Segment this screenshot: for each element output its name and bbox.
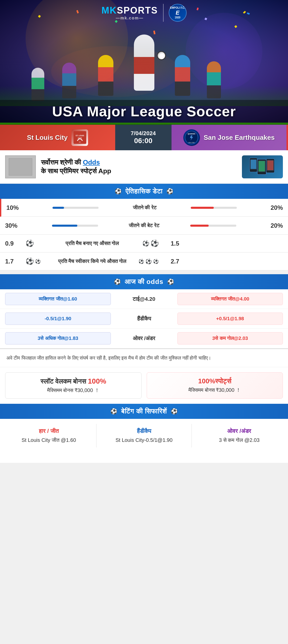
rec-value-3: 3 से कम गोल @2.03: [198, 436, 280, 444]
grass-strip: [0, 123, 288, 125]
stat-left-winrate: 10%: [6, 204, 27, 211]
ball-icon-scored-1: ⚽: [26, 239, 34, 247]
rec-card-2: हैंडीकैप St Louis City-0.5/1@1.90: [100, 424, 188, 447]
odds-btn-win-left[interactable]: व्यक्तिगत जीत@1.60: [5, 293, 111, 305]
odds-row-2: -0.5/1@1.90 हैंडीकैप +0.5/1@1.98: [0, 309, 288, 329]
stat-right-goals-scored: 1.5: [159, 240, 179, 247]
bonus-sports-title: 100%स्पोर्ट्स: [152, 377, 278, 385]
stat-left-goals-conceded: 1.7: [5, 258, 26, 265]
svg-rect-10: [251, 160, 256, 169]
soccer-ball-icon-left: ⚽: [115, 188, 122, 195]
info-text: अवे टीम फिलहाल जीत हासिल करने के लिए संघ…: [6, 354, 282, 362]
bottom-padding: [0, 453, 288, 463]
rec-type-3: ओवर /अंडर: [198, 428, 280, 434]
stat-label-goals-conceded: प्रति मैच स्वीकार किये गये औसत गोल: [51, 258, 133, 264]
recommendations-section: ⚽ बेटिंग की सिफारिशें ⚽ हार / जीत St Lou…: [0, 404, 288, 453]
odds-center-overunder: ओवर /अंडर: [113, 335, 175, 341]
ball-icon-scored-r1: ⚽: [142, 240, 149, 247]
bar-track-right-winrate: [191, 207, 237, 209]
odds-btn-overunder-left[interactable]: 3से अधिक गोल@1.83: [5, 332, 111, 344]
svg-rect-13: [259, 161, 265, 171]
svg-text:QUAKES: QUAKES: [188, 133, 195, 135]
info-text-area: अवे टीम फिलहाल जीत हासिल करने के लिए संघ…: [0, 348, 288, 367]
odds-btn-win-right[interactable]: व्यक्तिगत जीत@4.00: [177, 293, 283, 305]
promo-banner[interactable]: सर्वोत्तम श्रेणी की Odds के साथ प्रीमियर…: [0, 150, 288, 184]
soccer-ball-icon-right: ⚽: [166, 188, 173, 195]
historical-title: ऐतिहासिक डेटा: [125, 187, 163, 195]
odds-section: व्यक्तिगत जीत@1.60 टाई@4.20 व्यक्तिगत जी…: [0, 289, 288, 348]
red-accent-bar: [286, 125, 288, 150]
stat-row-goals-scored: 0.9 ⚽ प्रति मैच बनाए गए औसत गोल ⚽ ⚽ 1.5: [0, 235, 288, 252]
stat-left-betrate: 30%: [5, 222, 26, 229]
stat-bar-right-winrate: [186, 207, 262, 209]
stat-icons-right-goals-scored: ⚽ ⚽: [133, 239, 159, 247]
bar-track-left-betrate: [52, 225, 98, 227]
odds-btn-handicap-right[interactable]: +0.5/1@1.98: [177, 313, 283, 325]
bonus-slots-subtitle: मैक्सिमम बोनस ₹30,000 ！: [10, 387, 137, 394]
ball-icon-conceded-2: ⚽: [35, 259, 41, 264]
soccer-ball-icon-rec-left: ⚽: [110, 408, 117, 415]
stat-icons-left-goals-scored: ⚽: [26, 239, 51, 247]
bar-fill-winrate-right: [191, 207, 214, 209]
team-right-section: QUAKES SAN JOSE San Jose Earthquakes: [172, 125, 287, 150]
players-visual: [0, 17, 288, 106]
stat-label-betrate: जीतने की बेट रेट: [103, 223, 185, 228]
bar-fill-betrate-right: [190, 225, 209, 227]
rec-header: ⚽ बेटिंग की सिफारिशें ⚽: [0, 404, 288, 419]
odds-btn-overunder-right[interactable]: 3से कम गोल@2.03: [177, 332, 283, 344]
stat-icons-left-goals-conceded: ⚽ ⚽: [26, 257, 51, 265]
ball-icon-conceded-r3: ⚽: [153, 259, 159, 264]
odds-btn-handicap-left[interactable]: -0.5/1@1.90: [5, 313, 111, 325]
soccer-ball-icon-rec-right: ⚽: [171, 408, 178, 415]
soccer-ball-icon-odds-left: ⚽: [114, 279, 121, 285]
bonus-card-sports[interactable]: 100%स्पोर्ट्स मैक्सिमम बोनस ₹30,000 ！: [147, 372, 283, 399]
team-right-name: San Jose Earthquakes: [204, 134, 275, 142]
rec-type-1: हार / जीत: [8, 428, 90, 434]
spacer-1: [0, 270, 288, 274]
promo-placeholder-image: [5, 155, 36, 178]
ball-icon-conceded-1: ⚽: [26, 257, 34, 265]
bonus-section[interactable]: स्लॉट वेलकम बोनस 100% मैक्सिमम बोनस ₹30,…: [0, 367, 288, 404]
svg-text:ST. LOUIS: ST. LOUIS: [76, 135, 84, 136]
stat-icons-right-goals-conceded: ⚽ ⚽ ⚽: [133, 258, 159, 264]
bar-fill-betrate-left: [52, 225, 77, 227]
rec-grid: हार / जीत St Louis City जीत @1.60 हैंडीक…: [0, 419, 288, 453]
rec-divider-2: [191, 424, 192, 447]
stat-left-goals-scored: 0.9: [5, 240, 26, 247]
stat-right-winrate: 20%: [262, 204, 283, 211]
rec-value-1: St Louis City जीत @1.60: [8, 436, 90, 444]
match-center: 7/04/2024 06:00: [115, 125, 172, 150]
page-title: USA Major League Soccer: [5, 103, 283, 120]
rec-card-3: ओवर /अंडर 3 से कम गोल @2.03: [196, 424, 283, 447]
svg-text:SC: SC: [79, 141, 81, 143]
odds-center-tie: टाई@4.20: [113, 296, 175, 302]
bonus-slots-title: स्लॉट वेलकम बोनस 100%: [10, 377, 137, 385]
stat-row-bet-rate: 30% जीतने की बेट रेट 20%: [0, 217, 288, 235]
stat-bar-left-winrate: [27, 207, 104, 209]
rec-divider-1: [96, 424, 97, 447]
ball-icon-conceded-r1: ⚽: [138, 259, 144, 264]
bar-track-left-winrate: [52, 207, 99, 209]
team-left-name: St Louis City: [27, 134, 68, 142]
stat-label-goals-scored: प्रति मैच बनाए गए औसत गोल: [51, 240, 133, 246]
svg-text:SAN JOSE: SAN JOSE: [188, 142, 195, 143]
match-header: St Louis City ST. LOUIS CITY SC 7/04/202…: [0, 125, 288, 150]
sj-badge: QUAKES SAN JOSE: [183, 129, 200, 146]
team-left-section: St Louis City ST. LOUIS CITY SC: [0, 125, 115, 150]
ball-icon-conceded-r2: ⚽: [145, 258, 152, 264]
stlouis-badge: ST. LOUIS CITY SC: [71, 129, 88, 146]
svg-rect-16: [267, 160, 273, 170]
promo-text: सर्वोत्तम श्रेणी की Odds के साथ प्रीमियर…: [41, 158, 237, 176]
stat-row-win-rate: 10% जीतने की रेट 20%: [0, 199, 288, 217]
bonus-card-slots[interactable]: स्लॉट वेलकम बोनस 100% मैक्सिमम बोनस ₹30,…: [5, 372, 142, 399]
odds-title: आज की odds: [125, 278, 164, 286]
rec-type-2: हैंडीकैप: [103, 428, 185, 434]
match-time: 06:00: [134, 137, 153, 145]
stat-bar-right-betrate: [185, 225, 263, 227]
stat-bar-left-betrate: [26, 225, 103, 227]
rec-card-1: हार / जीत St Louis City जीत @1.60: [5, 424, 92, 447]
odds-center-handicap: हैंडीकैप: [113, 316, 175, 322]
odds-row-1: व्यक्तिगत जीत@1.60 टाई@4.20 व्यक्तिगत जी…: [0, 289, 288, 309]
bar-fill-winrate-left: [52, 207, 64, 209]
odds-header: ⚽ आज की odds ⚽: [0, 274, 288, 289]
